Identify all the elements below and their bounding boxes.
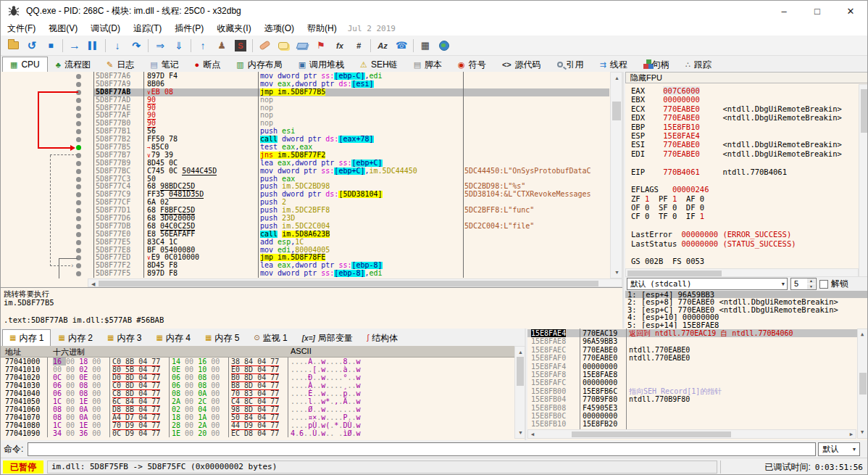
register-line[interactable]: EDX 770EABE0 <ntdll.DbgUiRemoteBreakin> xyxy=(631,113,859,122)
dump-vertical-scrollbar[interactable]: ▲ ▼ xyxy=(514,346,525,439)
run-to-selection-button[interactable]: ⇒ xyxy=(151,37,170,54)
step-over-button[interactable]: ↷ xyxy=(127,37,146,54)
menu-item-d[interactable]: 调试(D) xyxy=(84,21,127,36)
arg-count-stepper[interactable]: 5 ▲ ▼ xyxy=(790,278,817,290)
registers-vertical-scrollbar[interactable] xyxy=(859,84,868,277)
disasm-row[interactable]: 5D8F77A6897D F4mov dword ptr ss:[ebp-C],… xyxy=(1,73,609,80)
hide-fpu-button[interactable]: 隐藏FPU xyxy=(625,72,868,83)
run-button[interactable]: → xyxy=(65,37,84,54)
bookmark-button[interactable]: ⚑ xyxy=(312,37,330,54)
dump-tab-内存-4[interactable]: ▦内存 4 xyxy=(149,329,197,346)
breakpoint-dot-icon[interactable] xyxy=(76,184,81,189)
breakpoint-dot-icon[interactable] xyxy=(76,192,81,197)
breakpoint-dot-icon[interactable] xyxy=(76,232,81,237)
register-line[interactable]: ESI 770EABE0 <ntdll.DbgUiRemoteBreakin> xyxy=(631,140,859,149)
register-line[interactable]: CF 0 TF 0 IF 1 xyxy=(631,212,859,220)
disasm-row[interactable]: 5D8F77B5→85C0test eax,eax xyxy=(1,144,609,152)
disasm-row[interactable]: 5D8F77B2FF50 78call dword ptr ds:[eax+78… xyxy=(1,136,609,144)
minimize-button[interactable]: – xyxy=(767,1,801,21)
disasm-row[interactable]: 5D8F77DB68 04C0C25Dpush im.5DC2C0045DC2C… xyxy=(1,223,609,231)
breakpoint-dot-icon[interactable] xyxy=(76,200,81,205)
stack-row[interactable]: 15E8FB1015E8FB20 xyxy=(527,420,857,428)
menu-item-h[interactable]: 帮助(H) xyxy=(301,21,343,36)
disasm-row[interactable]: 5D8F77C468 98BDC25Dpush im.5DC2BD985DC2B… xyxy=(1,183,609,191)
dump-tab-结构体[interactable]: ʃ结构体 xyxy=(360,329,405,346)
dump-row[interactable]: 7704109034 00 36 000C D9 04 771E 00 20 0… xyxy=(1,429,525,437)
breakpoint-dot-icon[interactable] xyxy=(76,169,81,174)
disasm-row[interactable]: 5D8F77B090nop xyxy=(1,120,609,128)
tab-线程[interactable]: ⇉线程 xyxy=(592,57,635,72)
dump-tab-监视-1[interactable]: ⊙监视 1 xyxy=(246,329,294,346)
stack-row[interactable]: 15E8FB0015E8FB6C指向SEH_Record[1]的指针 xyxy=(527,387,857,395)
calling-convention-select[interactable]: 默认 (stdcall) ▼ xyxy=(627,278,788,290)
column-divider[interactable] xyxy=(463,72,464,278)
tab-流程图[interactable]: ♣流程图 xyxy=(48,57,99,72)
breakpoint-dot-icon[interactable] xyxy=(76,74,81,79)
disasm-row[interactable]: 5D8F77AE90nop xyxy=(1,104,609,112)
breakpoint-dot-icon[interactable] xyxy=(76,121,81,126)
breakpoint-dot-icon[interactable] xyxy=(76,248,81,253)
function-fx-button[interactable]: fx xyxy=(330,37,349,54)
open-file-button[interactable] xyxy=(4,37,22,54)
dump-tab-内存-3[interactable]: ▦内存 3 xyxy=(100,329,149,346)
tab-引用[interactable]: 引用 xyxy=(549,57,592,72)
register-line[interactable] xyxy=(631,158,859,167)
stack-row[interactable]: 15E8FB04770B9F80ntdll.770B9F80 xyxy=(527,395,857,403)
dump-row[interactable]: 770410501C 00 1E 006C 84 04 772A 00 2C 0… xyxy=(1,397,525,405)
breakpoint-dot-icon[interactable] xyxy=(76,98,81,103)
register-line[interactable] xyxy=(631,248,859,257)
dump-row[interactable]: 770410200C 00 0E 00D0 8D 04 7706 00 08 0… xyxy=(1,373,525,381)
dump-row[interactable]: 770410801C 00 1E 0070 D9 04 7728 00 2A 0… xyxy=(1,421,525,429)
register-line[interactable]: LastStatus 00000000 (STATUS_SUCCESS) xyxy=(631,239,859,248)
register-line[interactable] xyxy=(631,176,859,185)
breakpoint-dot-icon[interactable] xyxy=(76,161,81,166)
close-button[interactable]: ✕ xyxy=(834,1,867,21)
case-az-button[interactable]: Az xyxy=(373,37,392,54)
label-tags-button[interactable] xyxy=(293,37,312,54)
breakpoint-dot-icon[interactable] xyxy=(76,106,81,111)
disasm-row[interactable]: 5D8F77C350push eax xyxy=(1,175,609,183)
stack-row[interactable]: 15E8FAEC770EABE0ntdll.770EABE0 xyxy=(527,346,857,354)
disasm-row[interactable]: 5D8F77AB∨EB 08jmp im.5D8F77B5 xyxy=(1,88,609,96)
breakpoint-dot-icon[interactable] xyxy=(76,216,81,221)
disasm-row[interactable]: 5D8F77D668 3D020000push 23D xyxy=(1,215,609,223)
register-line[interactable]: OF 0 SF 0 DF 0 xyxy=(631,203,859,212)
disasm-row[interactable]: 5D8F77E0E8 56EAFAFFcall im.5D8A623B xyxy=(1,231,609,239)
dump-row[interactable]: 7704107008 00 0A 00A4 D7 04 7718 00 1A 0… xyxy=(1,413,525,421)
stack-row[interactable]: 15E8FAFC00000000 xyxy=(527,379,857,387)
tab-内存布局[interactable]: ▥内存布局 xyxy=(228,57,290,72)
disasm-row[interactable]: 5D8F77D168 F8BFC25Dpush im.5DC2BFF85DC2B… xyxy=(1,207,609,215)
modules-phone-button[interactable]: ☎ xyxy=(392,37,411,54)
settings-s-badge-button[interactable]: S xyxy=(231,37,250,54)
disasm-row[interactable]: 5D8F77E583C4 1Cadd esp,1C xyxy=(1,239,609,247)
menu-item-v[interactable]: 视图(V) xyxy=(42,21,84,36)
menu-item-p[interactable]: 插件(P) xyxy=(168,21,210,36)
column-divider[interactable] xyxy=(258,72,259,278)
stepper-down-icon[interactable]: ▼ xyxy=(807,284,815,289)
comment-button[interactable] xyxy=(274,37,293,54)
breakpoint-dot-icon[interactable] xyxy=(76,82,81,87)
tab-符号[interactable]: ◉符号 xyxy=(450,57,494,72)
dump-row[interactable]: 7704103006 00 08 00C0 8D 04 7706 00 08 0… xyxy=(1,381,525,389)
breakpoint-dot-icon[interactable] xyxy=(76,177,81,182)
disasm-row[interactable]: 5D8F77A98B06mov eax,dword ptr ds:[esi] xyxy=(1,80,609,88)
stack-vertical-scrollbar[interactable]: ▲ ▼ xyxy=(857,329,868,439)
breakpoint-dot-icon[interactable] xyxy=(76,240,81,245)
tab-断点[interactable]: ●断点 xyxy=(187,57,229,72)
register-line[interactable]: ZF 1 PF 1 AF 0 xyxy=(631,194,859,203)
dump-row[interactable]: 7704104006 00 08 00C8 8D 04 7708 00 0A 0… xyxy=(1,389,525,397)
dump-row[interactable]: 7704106008 00 0A 00D8 8B 04 7702 00 04 0… xyxy=(1,405,525,413)
tab-句柄[interactable]: 句柄 xyxy=(635,57,677,72)
register-line[interactable] xyxy=(631,221,859,230)
command-profile-select[interactable]: 默认 ▼ xyxy=(818,442,860,456)
disasm-row[interactable]: 5D8F77F5897D F8mov dword ptr ss:[ebp-8],… xyxy=(1,270,609,278)
stop-debug-button[interactable]: ■ xyxy=(41,37,60,54)
disasm-row[interactable]: 5D8F77CF6A 02push 2 xyxy=(1,199,609,207)
stack-row[interactable]: 15E8FAE896A59BB3 xyxy=(527,337,857,345)
breakpoint-dot-icon[interactable] xyxy=(76,263,81,268)
disasm-row[interactable]: 5D8F77AF90nop xyxy=(1,112,609,120)
stack-row[interactable]: 15E8FAF815E8FAE8 xyxy=(527,371,857,379)
stack-row[interactable]: 15E8FB08F45905E3 xyxy=(527,404,857,412)
disasm-row[interactable]: 5D8F77BCC745 0C 5044C45Dmov dword ptr ss… xyxy=(1,168,609,175)
tab-源代码[interactable]: <>源代码 xyxy=(494,57,549,72)
